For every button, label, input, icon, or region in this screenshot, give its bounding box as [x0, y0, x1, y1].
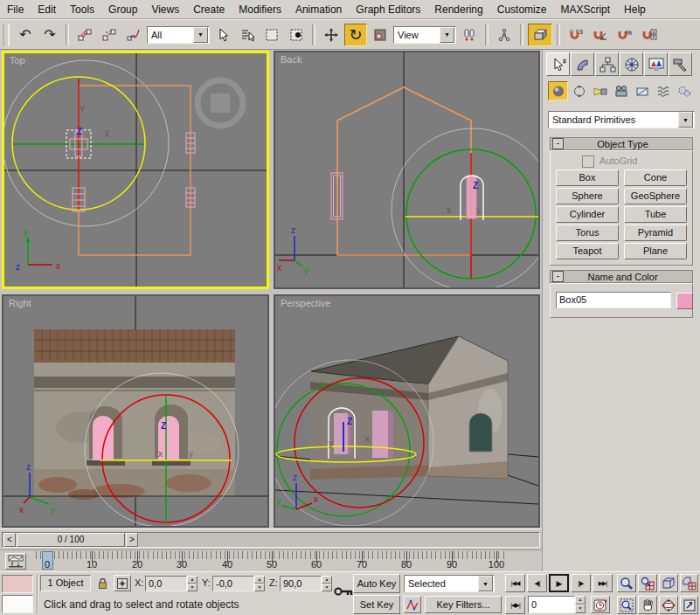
- category-cameras[interactable]: [611, 81, 631, 100]
- viewport-top[interactable]: Top: [2, 51, 269, 289]
- viewport-perspective[interactable]: Perspective: [274, 294, 540, 528]
- dropdown-arrow-icon[interactable]: ▼: [678, 112, 693, 128]
- autogrid-checkbox[interactable]: [582, 155, 594, 168]
- category-space-warps[interactable]: [653, 81, 673, 100]
- viewport-perspective-label[interactable]: Perspective: [281, 298, 330, 308]
- next-frame-button[interactable]: >: [126, 533, 138, 547]
- dropdown-arrow-icon[interactable]: ▼: [440, 27, 454, 43]
- key-mode-toggle-button[interactable]: |◀▶|: [505, 596, 525, 614]
- dropdown-arrow-icon[interactable]: ▼: [193, 27, 208, 43]
- x-coordinate-field[interactable]: 0,0: [145, 576, 187, 591]
- time-slider-track[interactable]: < 0 / 100 >: [2, 532, 540, 548]
- object-type-geosphere-button[interactable]: GeoSphere: [624, 188, 687, 204]
- menu-animation[interactable]: Animation: [288, 3, 349, 16]
- key-mode-dropdown[interactable]: Selected ▼: [404, 575, 495, 592]
- play-animation-button[interactable]: ▶: [549, 574, 569, 592]
- tab-create[interactable]: [546, 52, 570, 76]
- zoom-extents-button[interactable]: [659, 574, 678, 592]
- menu-edit[interactable]: Edit: [31, 3, 63, 16]
- use-pivot-point-center-icon[interactable]: [458, 24, 481, 46]
- snaps-toggle-icon[interactable]: 3: [565, 24, 587, 46]
- next-frame-button[interactable]: ||▶: [571, 574, 591, 592]
- mini-curve-editor-button[interactable]: [5, 553, 26, 570]
- percent-snap-toggle-icon[interactable]: %: [613, 24, 636, 46]
- tab-display[interactable]: [644, 52, 668, 76]
- menu-help[interactable]: Help: [617, 3, 653, 16]
- y-spinner[interactable]: ▲▼: [254, 576, 265, 591]
- category-shapes[interactable]: [569, 81, 589, 100]
- object-type-tube-button[interactable]: Tube: [624, 206, 687, 223]
- rollout-object-type-header[interactable]: - Object Type: [550, 137, 693, 150]
- object-type-plane-button[interactable]: Plane: [624, 243, 687, 259]
- angle-snap-toggle-icon[interactable]: [589, 24, 612, 46]
- primitives-category-dropdown[interactable]: Standard Primitives ▼: [548, 111, 695, 128]
- category-helpers[interactable]: [632, 81, 652, 100]
- category-geometry[interactable]: [548, 81, 568, 100]
- z-spinner[interactable]: ▲▼: [322, 576, 332, 591]
- object-type-cone-button[interactable]: Cone: [624, 169, 687, 186]
- select-and-scale-icon[interactable]: [369, 24, 392, 46]
- reference-coordinate-system-dropdown[interactable]: View ▼: [393, 26, 456, 44]
- object-type-cylinder-button[interactable]: Cylinder: [556, 206, 619, 223]
- menu-views[interactable]: Views: [144, 3, 186, 16]
- absolute-offset-mode-toggle[interactable]: [114, 575, 131, 591]
- menu-tools[interactable]: Tools: [63, 3, 101, 16]
- rollout-name-color-header[interactable]: - Name and Color: [550, 270, 693, 283]
- object-type-torus-button[interactable]: Torus: [556, 225, 619, 241]
- select-and-manipulate-icon[interactable]: [493, 24, 516, 46]
- unlink-selection-icon[interactable]: [98, 24, 121, 46]
- maxscript-listener-pane[interactable]: [2, 595, 33, 613]
- macro-recorder-pane[interactable]: [2, 575, 33, 593]
- toolbar-grip[interactable]: [3, 24, 10, 46]
- object-color-swatch[interactable]: [676, 293, 693, 309]
- x-spinner[interactable]: ▲▼: [187, 576, 198, 591]
- object-type-teapot-button[interactable]: Teapot: [556, 243, 619, 259]
- category-lights[interactable]: [590, 81, 610, 100]
- min-max-toggle-button[interactable]: [680, 596, 698, 614]
- current-frame-field[interactable]: 0: [528, 596, 575, 613]
- default-in-out-tangents-icon[interactable]: [404, 596, 421, 613]
- viewport-back[interactable]: Back Z x y: [274, 51, 540, 289]
- viewport-right[interactable]: Right: [2, 294, 269, 528]
- set-key-button[interactable]: Set Key: [353, 595, 400, 614]
- select-and-link-icon[interactable]: [73, 24, 96, 46]
- tab-modify[interactable]: [571, 52, 594, 76]
- menu-customize[interactable]: Customize: [490, 3, 554, 16]
- tab-motion[interactable]: [620, 52, 643, 76]
- keyboard-shortcut-override-toggle[interactable]: [528, 24, 552, 46]
- previous-frame-button[interactable]: ◀||: [527, 574, 547, 592]
- zoom-tool-button[interactable]: [617, 574, 636, 592]
- select-object-icon[interactable]: [211, 24, 234, 46]
- viewport-top-label[interactable]: Top: [10, 55, 25, 66]
- category-systems[interactable]: [674, 81, 694, 100]
- viewport-right-label[interactable]: Right: [9, 298, 31, 308]
- previous-frame-button[interactable]: <: [3, 533, 16, 547]
- menu-group[interactable]: Group: [101, 3, 144, 16]
- spinner-snap-toggle-icon[interactable]: [638, 24, 661, 46]
- key-filters-button[interactable]: Key Filters...: [425, 596, 502, 613]
- redo-button[interactable]: ↷: [38, 24, 61, 46]
- menu-maxscript[interactable]: MAXScript: [553, 3, 617, 16]
- selection-lock-toggle[interactable]: [94, 575, 110, 591]
- select-and-move-icon[interactable]: [320, 24, 343, 46]
- arc-rotate-button[interactable]: [659, 596, 678, 614]
- y-coordinate-field[interactable]: -0,0: [212, 576, 254, 591]
- window-crossing-toggle-icon[interactable]: [285, 24, 308, 46]
- object-type-box-button[interactable]: Box: [556, 169, 619, 186]
- menu-graph-editors[interactable]: Graph Editors: [349, 3, 427, 16]
- object-name-field[interactable]: Box05: [556, 292, 671, 308]
- collapse-icon[interactable]: -: [552, 271, 564, 282]
- menu-create[interactable]: Create: [186, 3, 232, 16]
- pan-view-button[interactable]: [638, 596, 657, 614]
- go-to-start-button[interactable]: |◀◀: [505, 574, 525, 592]
- menu-rendering[interactable]: Rendering: [427, 3, 489, 16]
- menu-modifiers[interactable]: Modifiers: [232, 3, 288, 16]
- auto-key-button[interactable]: Auto Key: [353, 574, 400, 593]
- bind-to-space-warp-icon[interactable]: [122, 24, 145, 46]
- zoom-all-button[interactable]: [638, 574, 657, 592]
- time-configuration-button[interactable]: [591, 596, 610, 613]
- object-type-pyramid-button[interactable]: Pyramid: [624, 225, 687, 241]
- go-to-end-button[interactable]: ▶▶|: [593, 574, 613, 592]
- menu-file[interactable]: File: [0, 3, 31, 16]
- zoom-region-button[interactable]: [617, 596, 636, 614]
